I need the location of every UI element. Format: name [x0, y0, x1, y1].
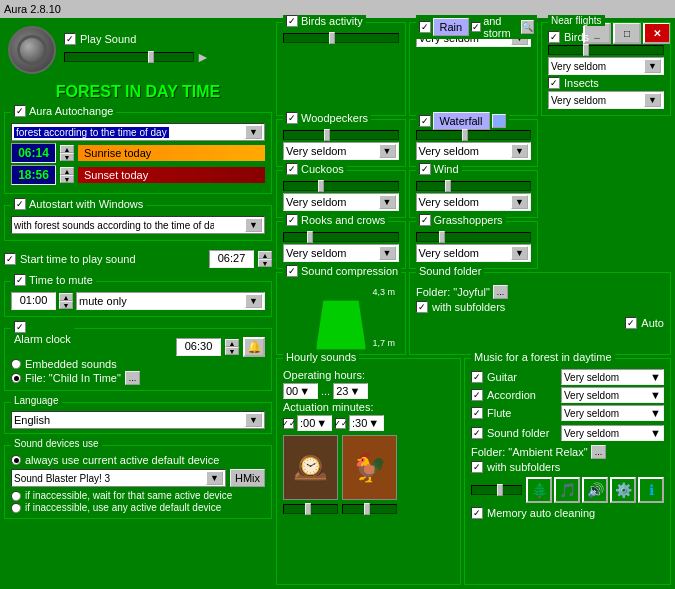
- lang-combo-arrow[interactable]: ▼: [245, 413, 262, 427]
- alarm-down[interactable]: ▼: [225, 347, 239, 355]
- subfolders2-checkbox[interactable]: [471, 461, 483, 473]
- min1-combo[interactable]: :00 ▼: [297, 415, 332, 431]
- sunset-down[interactable]: ▼: [60, 175, 74, 183]
- rain-search-btn[interactable]: 🔍: [521, 20, 534, 34]
- ambient-dots-btn[interactable]: ...: [591, 445, 607, 459]
- near-birds-checkbox[interactable]: [548, 31, 560, 43]
- hmix-button[interactable]: HMix: [230, 469, 265, 487]
- inaccessible1-radio[interactable]: [11, 491, 21, 501]
- icon-btn-4[interactable]: ⚙️: [610, 477, 636, 503]
- alarm-arrows[interactable]: ▲ ▼: [225, 339, 239, 355]
- grasshoppers-checkbox[interactable]: [419, 214, 431, 226]
- file-dots-btn[interactable]: ...: [125, 371, 141, 385]
- rain-tab[interactable]: Rain: [433, 18, 470, 36]
- waterfall-combo-arrow[interactable]: ▼: [511, 144, 528, 158]
- rooster-slider[interactable]: [342, 504, 397, 514]
- flute-combo[interactable]: Very seldom ▼: [561, 405, 664, 421]
- alarm-up[interactable]: ▲: [225, 339, 239, 347]
- woodpeckers-checkbox[interactable]: [286, 112, 298, 124]
- embedded-radio[interactable]: [11, 359, 21, 369]
- alarm-checkbox[interactable]: [14, 321, 26, 333]
- waterfall-slider[interactable]: [416, 130, 532, 140]
- cuckoos-slider[interactable]: [283, 181, 399, 191]
- waterfall-btn[interactable]: [492, 114, 506, 128]
- sunset-spin[interactable]: ▲ ▼: [60, 167, 74, 183]
- start-time-value[interactable]: 06:27: [209, 250, 254, 268]
- rooks-checkbox[interactable]: [286, 214, 298, 226]
- device-combo-arrow[interactable]: ▼: [206, 471, 223, 485]
- mute-up[interactable]: ▲: [59, 293, 73, 301]
- mute-combo-arrow[interactable]: ▼: [245, 294, 262, 308]
- alarm-icon-btn[interactable]: 🔔: [243, 337, 265, 357]
- sunset-up[interactable]: ▲: [60, 167, 74, 175]
- icon-btn-3[interactable]: 🔊: [582, 477, 608, 503]
- flute-checkbox[interactable]: [471, 407, 483, 419]
- mute-down[interactable]: ▼: [59, 301, 73, 309]
- grasshoppers-combo-arrow[interactable]: ▼: [511, 246, 528, 260]
- autostart-checkbox[interactable]: [14, 198, 26, 210]
- waterfall-checkbox[interactable]: [419, 115, 431, 127]
- icon-btn-1[interactable]: 🌲: [526, 477, 552, 503]
- start-time-checkbox[interactable]: [4, 253, 16, 265]
- insects-combo[interactable]: Very seldom ▼: [548, 91, 664, 109]
- guitar-combo[interactable]: Very seldom ▼: [561, 369, 664, 385]
- wind-combo-arrow[interactable]: ▼: [511, 195, 528, 209]
- folder-dots-btn[interactable]: ...: [493, 285, 509, 299]
- sound-device-combo[interactable]: Sound Blaster Play! 3 ▼: [11, 469, 226, 487]
- music-folder-checkbox[interactable]: [471, 427, 483, 439]
- woodpeckers-combo[interactable]: Very seldom ▼: [283, 142, 399, 160]
- file-radio[interactable]: [11, 373, 21, 383]
- storm-checkbox[interactable]: [471, 22, 481, 32]
- start-time-arrows[interactable]: ▲ ▼: [258, 251, 272, 267]
- waterfall-combo[interactable]: Very seldom ▼: [416, 142, 532, 160]
- music-vol-slider[interactable]: [471, 485, 522, 495]
- waterfall-tab[interactable]: Waterfall: [433, 112, 490, 130]
- min2-combo[interactable]: :30 ▼: [349, 415, 384, 431]
- cuckoos-combo-arrow[interactable]: ▼: [379, 195, 396, 209]
- sunrise-up[interactable]: ▲: [60, 145, 74, 153]
- autostart-combo[interactable]: with forest sounds according to the time…: [11, 216, 265, 234]
- wind-combo[interactable]: Very seldom ▼: [416, 193, 532, 211]
- accordion-checkbox[interactable]: [471, 389, 483, 401]
- mute-time-value[interactable]: 01:00: [11, 292, 56, 310]
- near-birds-slider[interactable]: [548, 45, 664, 55]
- start-time-up[interactable]: ▲: [258, 251, 272, 259]
- cuckoos-checkbox[interactable]: [286, 163, 298, 175]
- aura-checkbox[interactable]: [14, 105, 26, 117]
- insects-checkbox[interactable]: [548, 77, 560, 89]
- inaccessible2-radio[interactable]: [11, 503, 21, 513]
- always-use-radio[interactable]: [11, 455, 21, 465]
- rain-checkbox[interactable]: [419, 21, 431, 33]
- cuckoo-slider[interactable]: [283, 504, 338, 514]
- insects-combo-arrow[interactable]: ▼: [644, 93, 661, 107]
- wind-checkbox[interactable]: [419, 163, 431, 175]
- near-birds-combo[interactable]: Very seldom ▼: [548, 57, 664, 75]
- mute-only-combo[interactable]: mute only ▼: [76, 292, 265, 310]
- auto-checkbox[interactable]: [625, 317, 637, 329]
- rooks-slider[interactable]: [283, 232, 399, 242]
- grasshoppers-combo[interactable]: Very seldom ▼: [416, 244, 532, 262]
- accordion-combo[interactable]: Very seldom ▼: [561, 387, 664, 403]
- min2-checkbox[interactable]: ✓: [335, 418, 346, 429]
- time-mute-checkbox[interactable]: [14, 274, 26, 286]
- icon-btn-5[interactable]: ℹ: [638, 477, 664, 503]
- music-folder-combo[interactable]: Very seldom ▼: [561, 425, 664, 441]
- sunrise-spin[interactable]: ▲ ▼: [60, 145, 74, 161]
- cuckoos-combo[interactable]: Very seldom ▼: [283, 193, 399, 211]
- wind-slider[interactable]: [416, 181, 532, 191]
- rooks-combo-arrow[interactable]: ▼: [379, 246, 396, 260]
- alarm-time-value[interactable]: 06:30: [176, 338, 221, 356]
- compression-checkbox[interactable]: [286, 265, 298, 277]
- woodpeckers-combo-arrow[interactable]: ▼: [379, 144, 396, 158]
- hours-from-combo[interactable]: 00 ▼: [283, 383, 318, 399]
- woodpeckers-slider[interactable]: [283, 130, 399, 140]
- mute-time-arrows[interactable]: ▲ ▼: [59, 293, 73, 309]
- rooks-combo[interactable]: Very seldom ▼: [283, 244, 399, 262]
- aura-combo-arrow[interactable]: ▼: [245, 125, 262, 139]
- birds-slider[interactable]: [283, 33, 399, 43]
- subfolders-checkbox[interactable]: [416, 301, 428, 313]
- autostart-combo-arrow[interactable]: ▼: [245, 218, 262, 232]
- play-sound-checkbox[interactable]: [64, 33, 76, 45]
- start-time-down[interactable]: ▼: [258, 259, 272, 267]
- language-combo[interactable]: English ▼: [11, 411, 265, 429]
